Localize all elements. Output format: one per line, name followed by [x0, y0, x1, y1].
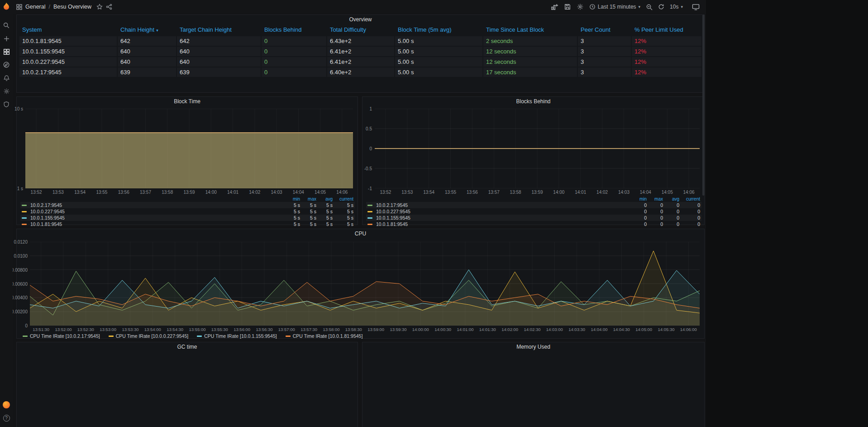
panel-title[interactable]: Block Time [17, 97, 358, 106]
save-dashboard-icon[interactable] [564, 3, 571, 10]
legend-color-dash-icon[interactable] [367, 211, 372, 212]
breadcrumb-section[interactable]: General [25, 4, 45, 10]
table-row: 10.0.0.227:954564064006.41e+25.00 s12 se… [19, 57, 701, 67]
zoom-out-icon[interactable] [646, 4, 653, 10]
panel-block-time: Block Time 10 s1 s 13:5213:5313:5413:551… [16, 96, 358, 225]
column-header-system[interactable]: System [19, 25, 118, 34]
x-tick-label: 13:52:30 [77, 327, 94, 332]
breadcrumb-title[interactable]: Besu Overview [53, 4, 91, 10]
sidebar-item-create[interactable] [1, 34, 11, 43]
screenshot-stage: General / Besu Overview [0, 0, 868, 427]
x-tick-label: 13:58:30 [345, 327, 362, 332]
legend-series-name[interactable]: 10.0.1.155:9545 [29, 215, 285, 221]
legend-series-name: CPU Time IRate [10.0.1.81:9545] [293, 333, 363, 339]
table-cell: 642 [118, 36, 177, 46]
legend-series-name[interactable]: 10.0.0.227:9545 [374, 209, 632, 214]
cycle-view-mode-icon[interactable] [692, 4, 700, 10]
column-header-target-chain-height[interactable]: Target Chain Height [177, 25, 262, 34]
column-header-peer-count[interactable]: Peer Count [578, 25, 632, 34]
grafana-logo-icon[interactable] [1, 2, 11, 12]
legend-color-dash-icon[interactable] [367, 217, 372, 219]
x-tick-label: 13:57 [488, 190, 500, 195]
column-header-total-difficulty[interactable]: Total Difficulty [327, 25, 395, 34]
legend-color-dash-icon[interactable] [22, 217, 27, 219]
legend-stat-header[interactable]: max [648, 197, 664, 202]
x-tick-label: 13:55 [96, 190, 107, 195]
column-header--peer-limit-used[interactable]: % Peer Limit Used [632, 25, 701, 34]
legend-stat-header[interactable]: avg [318, 197, 334, 202]
sidebar-item-search[interactable] [1, 21, 11, 30]
table-cell: 12% [632, 57, 701, 67]
legend-item[interactable]: CPU Time IRate [10.0.0.227:9545] [107, 333, 189, 339]
legend-series-name[interactable]: 10.0.0.227:9545 [29, 209, 285, 214]
panel-title[interactable]: Blocks Behind [362, 97, 704, 106]
sidebar-item-configuration[interactable] [1, 86, 11, 96]
table-cell: 10.0.1.155:9545 [19, 47, 118, 56]
sidebar-item-explore[interactable] [1, 60, 11, 69]
block-time-plot[interactable] [25, 109, 353, 188]
legend-stat-value: 0 [648, 209, 664, 214]
legend-item[interactable]: CPU Time IRate [10.0.1.81:9545] [284, 333, 363, 339]
legend-item[interactable]: CPU Time IRate [10.0.1.155:9545] [196, 333, 277, 339]
shield-icon [3, 101, 10, 108]
scrollbar[interactable] [702, 14, 705, 196]
sidebar-item-server-admin[interactable] [1, 100, 11, 109]
sidebar-top [1, 21, 11, 109]
sidebar-item-help[interactable]: ? [1, 413, 11, 422]
legend-stat-header[interactable]: current [681, 197, 701, 202]
legend-item[interactable]: CPU Time IRate [10.0.2.17:9545] [21, 333, 100, 339]
table-cell: 5.00 s [395, 67, 483, 77]
legend-color-dash-icon[interactable] [22, 224, 27, 225]
legend-color-dash-icon [23, 336, 28, 337]
sidebar-item-alerting[interactable] [1, 73, 11, 82]
x-tick-label: 14:02:30 [524, 327, 541, 332]
table-cell: 10.0.0.227:9545 [19, 57, 118, 67]
refresh-icon[interactable] [658, 4, 664, 10]
cpu-plot[interactable] [30, 242, 700, 326]
legend-color-dash-icon[interactable] [22, 205, 27, 206]
y-tick-label: 0.0120 [14, 240, 28, 245]
sidebar-item-dashboards[interactable] [1, 47, 11, 56]
panel-title[interactable]: Memory Used [362, 342, 704, 351]
column-header-time-since-last-block[interactable]: Time Since Last Block [483, 25, 578, 34]
star-icon[interactable] [96, 4, 103, 10]
panel-title[interactable]: GC time [17, 342, 358, 351]
legend-color-dash-icon[interactable] [22, 211, 27, 212]
legend-stat-header[interactable]: min [285, 197, 301, 202]
legend-stat-header[interactable]: min [632, 197, 648, 202]
legend-color-dash-icon[interactable] [367, 205, 372, 206]
legend-color-dash-icon[interactable] [367, 224, 372, 225]
blocks-behind-plot[interactable] [375, 109, 700, 188]
sidebar-item-profile[interactable] [1, 400, 11, 409]
panel-title[interactable]: Overview [17, 15, 704, 24]
time-range-picker[interactable]: Last 15 minutes ▾ [589, 4, 640, 10]
x-tick-label: 14:05 [662, 190, 673, 195]
legend-row: 10.0.1.155:95450000 [366, 215, 701, 221]
legend-stat-value: 5 s [301, 215, 318, 221]
share-icon[interactable] [106, 4, 112, 10]
legend-stat-value: 0 [664, 209, 681, 214]
legend-series-name[interactable]: 10.0.2.17:9545 [29, 202, 285, 208]
legend-stat-header[interactable]: current [334, 197, 355, 202]
x-tick-label: 13:53:30 [122, 327, 139, 332]
add-panel-icon[interactable] [551, 3, 558, 11]
y-tick-label: 0 [369, 146, 372, 151]
legend-stat-value: 5 s [318, 221, 334, 227]
column-header-block-time-5m-avg-[interactable]: Block Time (5m avg) [395, 25, 483, 34]
legend-series-name[interactable]: 10.0.1.81:9545 [29, 221, 285, 227]
column-header-blocks-behind[interactable]: Blocks Behind [262, 25, 327, 34]
legend-series-name: CPU Time IRate [10.0.2.17:9545] [30, 333, 100, 339]
legend-series-name[interactable]: 10.0.2.17:9545 [374, 202, 632, 208]
x-tick-label: 13:59:30 [390, 327, 407, 332]
x-tick-label: 14:01:00 [457, 327, 474, 332]
legend-stat-value: 5 s [318, 209, 334, 214]
legend-stat-header[interactable]: avg [664, 197, 681, 202]
dashboard-grid-icon[interactable] [16, 4, 22, 10]
column-header-chain-height[interactable]: Chain Height▾ [118, 25, 177, 34]
legend-stat-header[interactable]: max [301, 197, 318, 202]
legend-series-name[interactable]: 10.0.1.81:9545 [374, 221, 632, 227]
legend-series-name[interactable]: 10.0.1.155:9545 [374, 215, 632, 221]
dashboard-settings-icon[interactable] [577, 3, 584, 10]
refresh-interval-dropdown[interactable]: 10s ▾ [670, 4, 683, 10]
panel-title[interactable]: CPU [17, 229, 704, 238]
